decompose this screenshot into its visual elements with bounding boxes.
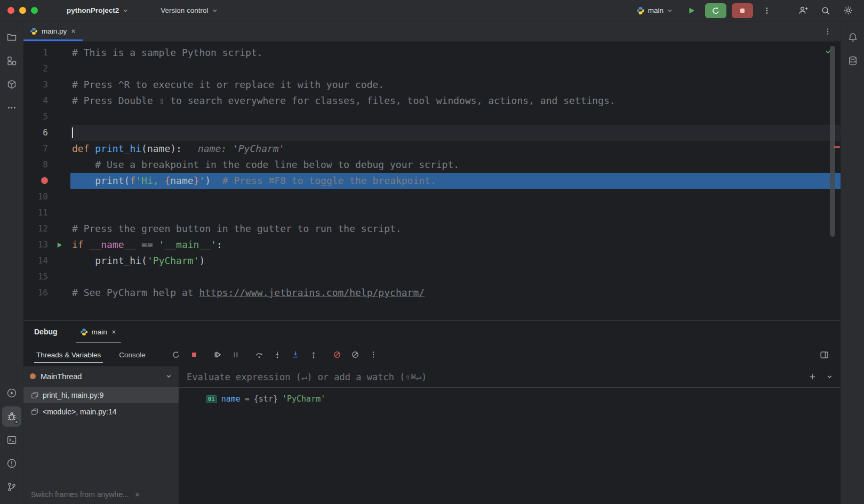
zoom-window-button[interactable] <box>31 7 38 14</box>
code-line-4[interactable]: 4# Press Double ⇧ to search everywhere f… <box>23 93 841 109</box>
code-line-7[interactable]: 7def print_hi(name):name: 'PyCharm' <box>23 141 841 157</box>
code-line-8[interactable]: 8 # Use a breakpoint in the code line be… <box>23 157 841 173</box>
debug-more-button[interactable] <box>365 347 381 363</box>
code-line-5[interactable]: 5 <box>23 109 841 125</box>
code-line-9[interactable]: print(f'Hi, {name}') # Press ⌘F8 to togg… <box>23 173 841 189</box>
problems-toolwindow-button[interactable] <box>2 453 21 474</box>
tab-main-py[interactable]: main.py <box>23 21 83 41</box>
line-number: 1 <box>23 45 48 61</box>
mute-breakpoints-button[interactable] <box>347 347 363 363</box>
gutter[interactable]: 7 <box>23 141 70 157</box>
stop-button[interactable] <box>732 3 753 18</box>
python-packages-button[interactable] <box>2 74 21 94</box>
settings-button[interactable] <box>839 3 857 18</box>
code-line-1[interactable]: 1# This is a sample Python script. <box>23 45 841 61</box>
variable-row[interactable]: 01 name = {str} 'PyCharm' <box>179 388 841 404</box>
frame-row[interactable]: <module>, main.py:14 <box>23 403 179 420</box>
run-line-icon[interactable] <box>56 242 63 249</box>
frame-row[interactable]: print_hi, main.py:9 <box>23 387 179 403</box>
rerun-debug-button[interactable] <box>705 3 726 18</box>
more-toolwindows-button[interactable] <box>2 98 21 118</box>
code-line-3[interactable]: 3# Press ^R to execute it or replace it … <box>23 77 841 93</box>
tab-threads-variables[interactable]: Threads & Variables <box>34 343 103 366</box>
gutter[interactable]: 16 <box>23 285 70 301</box>
debug-running-indicator <box>14 420 19 424</box>
code-line-10[interactable]: 10 <box>23 189 841 205</box>
stop-debug-button[interactable] <box>186 347 202 363</box>
step-out-icon <box>309 350 318 359</box>
line-number: 12 <box>23 221 48 237</box>
services-toolwindow-button[interactable] <box>2 383 21 403</box>
git-toolwindow-button[interactable] <box>2 477 21 497</box>
more-actions-button[interactable] <box>758 3 775 18</box>
window-controls <box>7 7 38 14</box>
breakpoint-icon[interactable] <box>41 177 48 184</box>
code-line-16[interactable]: 16# See PyCharm help at https://www.jetb… <box>23 285 841 301</box>
notifications-button[interactable] <box>843 27 862 47</box>
minimize-window-button[interactable] <box>19 7 26 14</box>
gutter[interactable]: 14 <box>23 253 70 269</box>
vcs-selector[interactable]: Version control <box>156 4 222 17</box>
code-line-15[interactable]: 15 <box>23 269 841 285</box>
database-button[interactable] <box>843 51 862 71</box>
close-window-button[interactable] <box>7 7 14 14</box>
debug-session-tab[interactable]: main <box>76 321 121 343</box>
run-button[interactable] <box>683 3 700 18</box>
gutter[interactable]: 12 <box>23 221 70 237</box>
structure-toolwindow-button[interactable] <box>2 51 21 71</box>
gutter[interactable]: 15 <box>23 269 70 285</box>
pause-button[interactable] <box>228 347 244 363</box>
package-icon <box>6 79 17 90</box>
thread-selector[interactable]: MainThread <box>23 366 179 387</box>
gutter[interactable]: 8 <box>23 157 70 173</box>
rerun-button[interactable] <box>168 347 184 363</box>
step-out-button[interactable] <box>306 347 322 363</box>
gutter[interactable] <box>23 173 70 189</box>
evaluate-input[interactable]: Evaluate expression (↵) or add a watch (… <box>179 366 841 388</box>
gutter[interactable]: 6 <box>23 125 70 141</box>
hint-close-icon[interactable] <box>134 492 140 498</box>
search-everywhere-button[interactable] <box>817 3 834 18</box>
gutter[interactable]: 10 <box>23 189 70 205</box>
add-watch-icon[interactable] <box>809 373 817 381</box>
step-over-button[interactable] <box>251 347 267 363</box>
resume-button[interactable] <box>210 347 226 363</box>
code-line-11[interactable]: 11 <box>23 205 841 221</box>
code-line-14[interactable]: 14 print_hi('PyCharm') <box>23 253 841 269</box>
project-selector[interactable]: pythonProject2 <box>62 4 133 17</box>
breakpoints-muted-red-icon <box>333 350 341 359</box>
code-line-6[interactable]: 6 <box>23 125 841 141</box>
gutter[interactable]: 4 <box>23 93 70 109</box>
python-icon <box>30 27 38 35</box>
tab-console[interactable]: Console <box>117 343 148 366</box>
gutter[interactable]: 1 <box>23 45 70 61</box>
code-line-2[interactable]: 2 <box>23 61 841 77</box>
close-icon[interactable] <box>70 28 76 34</box>
gutter[interactable]: 3 <box>23 77 70 93</box>
debug-toolwindow-button[interactable] <box>2 406 21 427</box>
project-toolwindow-button[interactable] <box>2 27 21 47</box>
close-icon[interactable] <box>111 329 117 335</box>
hint-text: Switch frames from anywhe... <box>31 490 129 499</box>
code-with-me-button[interactable] <box>795 3 812 18</box>
gutter[interactable]: 5 <box>23 109 70 125</box>
debug-header: Debug main <box>23 321 841 343</box>
gutter[interactable]: 13 <box>23 237 70 253</box>
gutter[interactable]: 11 <box>23 205 70 221</box>
editor[interactable]: 1# This is a sample Python script.23# Pr… <box>23 42 841 320</box>
terminal-toolwindow-button[interactable] <box>2 430 21 450</box>
structure-icon <box>6 55 17 66</box>
code-line-13[interactable]: 13if __name__ == '__main__': <box>23 237 841 253</box>
force-step-into-button[interactable] <box>287 347 303 363</box>
code-line-12[interactable]: 12# Press the green button in the gutter… <box>23 221 841 237</box>
tab-label: main.py <box>42 27 67 35</box>
step-into-button[interactable] <box>269 347 285 363</box>
gutter[interactable]: 2 <box>23 61 70 77</box>
chevron-down-icon[interactable] <box>826 373 833 380</box>
view-breakpoints-button[interactable] <box>329 347 345 363</box>
run-config-selector[interactable]: main <box>632 4 677 18</box>
breakpoint-stripe-mark[interactable] <box>834 146 840 148</box>
layout-settings-button[interactable] <box>816 347 832 363</box>
editor-scrollbar[interactable] <box>830 46 835 237</box>
editor-tab-options-button[interactable] <box>819 24 836 39</box>
